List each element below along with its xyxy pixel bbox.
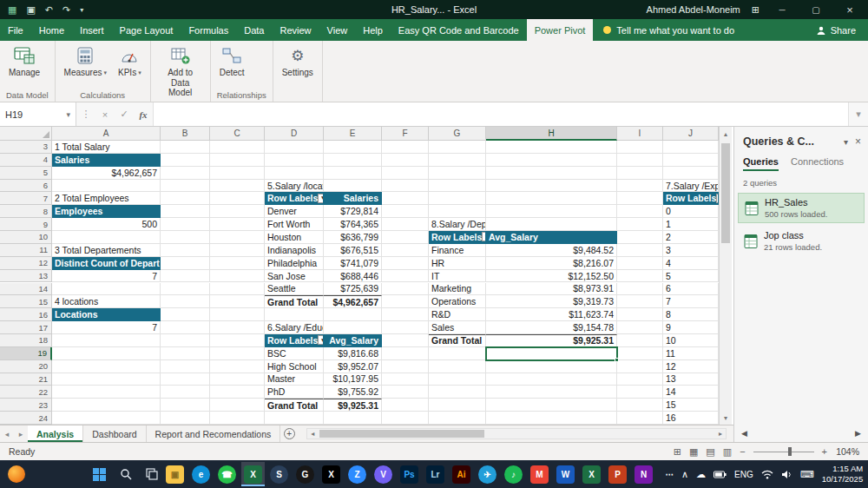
cell-F14[interactable]	[382, 283, 429, 296]
cell-E21[interactable]: $10,197.95	[324, 373, 382, 386]
cell-H13[interactable]: $12,152.50	[486, 270, 617, 283]
cell-E24[interactable]	[324, 412, 382, 425]
cell-H8[interactable]	[486, 205, 617, 218]
taskbar-icon-spotify[interactable]: ♪	[502, 462, 525, 486]
save-icon[interactable]: ▣	[26, 4, 35, 16]
cell-H23[interactable]	[486, 399, 617, 412]
name-box-dropdown-icon[interactable]: ▾	[66, 110, 70, 119]
cell-F8[interactable]	[382, 205, 429, 218]
cell-B22[interactable]	[161, 386, 210, 399]
cell-G19[interactable]	[429, 347, 486, 360]
cell-H10[interactable]: Avg_Salary	[486, 231, 617, 244]
cell-A9[interactable]: 500	[52, 218, 161, 231]
cell-B18[interactable]	[161, 334, 210, 347]
cell-D21[interactable]: Master	[265, 373, 324, 386]
maximize-button[interactable]: ▢	[805, 5, 827, 15]
cell-F16[interactable]	[382, 308, 429, 321]
cell-D20[interactable]: High School	[265, 360, 324, 373]
volume-icon[interactable]	[781, 470, 792, 479]
row-header-5[interactable]: 5	[0, 167, 52, 180]
search-icon[interactable]	[114, 462, 137, 486]
cell-B11[interactable]	[161, 244, 210, 257]
taskbar-icon-x-app[interactable]: X	[319, 462, 343, 486]
measures-button[interactable]: Measures▾	[60, 43, 111, 80]
cell-B4[interactable]	[161, 154, 210, 167]
query-item-jop-class[interactable]: Jop class 21 rows loaded.	[738, 227, 865, 255]
widgets-weather-icon[interactable]	[8, 465, 25, 483]
cell-B7[interactable]	[161, 192, 210, 205]
cell-C22[interactable]	[210, 386, 265, 399]
cell-G15[interactable]: Operations	[429, 295, 486, 308]
row-header-6[interactable]: 6	[0, 180, 52, 193]
cell-B17[interactable]	[161, 321, 210, 334]
row-header-10[interactable]: 10	[0, 231, 52, 244]
ribbon-tab-insert[interactable]: Insert	[72, 19, 112, 41]
cell-A17[interactable]: 7	[52, 321, 161, 334]
cell-E11[interactable]: $676,515	[324, 244, 382, 257]
cell-C3[interactable]	[210, 141, 265, 154]
cell-C11[interactable]	[210, 244, 265, 257]
taskbar-icon-steam[interactable]: S	[267, 462, 291, 486]
column-header-I[interactable]: I	[617, 127, 663, 141]
cell-F20[interactable]	[382, 360, 429, 373]
cell-F12[interactable]	[382, 257, 429, 270]
cell-H21[interactable]	[486, 373, 617, 386]
taskbar-icon-zoom[interactable]: Z	[345, 462, 369, 486]
cell-C13[interactable]	[210, 270, 265, 283]
cell-D11[interactable]: Indianapolis	[265, 244, 324, 257]
user-name[interactable]: Ahmed Abdel-Moneim	[647, 4, 740, 15]
cell-F13[interactable]	[382, 270, 429, 283]
cell-E17[interactable]	[324, 321, 382, 334]
cell-C16[interactable]	[210, 308, 265, 321]
column-header-E[interactable]: E	[324, 127, 382, 141]
ribbon-tab-home[interactable]: Home	[31, 19, 72, 41]
cell-C23[interactable]	[210, 399, 265, 412]
taskbar-icon-edge-browser[interactable]: e	[189, 462, 213, 486]
cell-F21[interactable]	[382, 373, 429, 386]
cell-A6[interactable]	[52, 180, 161, 193]
ribbon-tab-formulas[interactable]: Formulas	[181, 19, 236, 41]
clock[interactable]: 1:15 AM 10/17/2025	[822, 464, 864, 485]
cell-F7[interactable]	[382, 192, 429, 205]
cell-H24[interactable]	[486, 412, 617, 425]
cell-J21[interactable]: 13	[663, 373, 719, 386]
taskbar-icon-onenote[interactable]: N	[632, 462, 655, 486]
cell-C14[interactable]	[210, 283, 265, 296]
cell-C20[interactable]	[210, 360, 265, 373]
taskbar-icon-whatsapp[interactable]: ☎	[215, 462, 239, 486]
cell-G24[interactable]	[429, 412, 486, 425]
column-header-A[interactable]: A	[52, 127, 161, 141]
cell-B8[interactable]	[161, 205, 210, 218]
row-header-20[interactable]: 20	[0, 360, 52, 373]
row-header-23[interactable]: 23	[0, 399, 52, 412]
cell-A15[interactable]: 4 locations	[52, 295, 161, 308]
cell-F9[interactable]	[382, 218, 429, 231]
zoom-out-button[interactable]: −	[740, 446, 745, 457]
cell-C9[interactable]	[210, 218, 265, 231]
cell-A12[interactable]: Distinct Count of Department	[52, 257, 161, 270]
taskbar-icon-illustrator[interactable]: Ai	[450, 462, 473, 486]
row-header-22[interactable]: 22	[0, 386, 52, 399]
cell-D7[interactable]: Row Labels▼	[265, 192, 324, 205]
column-header-D[interactable]: D	[265, 127, 324, 141]
cell-H11[interactable]: $9,484.52	[486, 244, 617, 257]
sheet-tab-analysis[interactable]: Analysis	[28, 425, 83, 442]
language-indicator[interactable]: ENG	[734, 470, 753, 479]
taskbar-icon-more-apps[interactable]: ⋯	[658, 462, 681, 486]
column-header-J[interactable]: J	[663, 127, 719, 141]
cell-D10[interactable]: Houston	[265, 231, 324, 244]
sheet-tab-dashboard[interactable]: Dashboard	[83, 425, 146, 442]
settings-button[interactable]: ⚙ Settings	[278, 43, 318, 80]
insert-function-button[interactable]: fx	[134, 102, 153, 126]
cell-D4[interactable]	[265, 154, 324, 167]
cell-G12[interactable]: HR	[429, 257, 486, 270]
cell-G9[interactable]: 8.Salary /Departement	[429, 218, 486, 231]
cell-J19[interactable]: 11	[663, 347, 719, 360]
cell-I6[interactable]	[617, 180, 663, 193]
cell-D8[interactable]: Denver	[265, 205, 324, 218]
cell-E4[interactable]	[324, 154, 382, 167]
row-header-12[interactable]: 12	[0, 257, 52, 270]
zoom-slider[interactable]	[753, 447, 814, 456]
row-header-17[interactable]: 17	[0, 321, 52, 334]
column-header-H[interactable]: H	[486, 127, 617, 141]
